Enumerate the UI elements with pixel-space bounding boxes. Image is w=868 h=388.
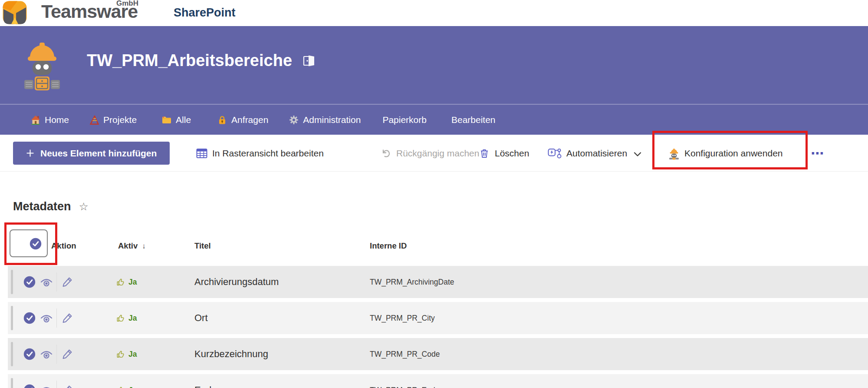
edit-pencil-icon[interactable]	[62, 312, 73, 324]
crane-icon	[89, 115, 99, 125]
delete-button[interactable]: Löschen	[479, 135, 529, 172]
row-checkbox[interactable]	[23, 348, 36, 360]
row-checkbox[interactable]	[23, 384, 36, 388]
folder-icon	[161, 115, 172, 125]
view-eye-icon[interactable]	[40, 276, 53, 288]
row-drag-handle[interactable]	[11, 342, 13, 366]
list-rows: Ja Archivierungsdatum TW_PRM_ArchivingDa…	[0, 266, 868, 388]
chevron-down-icon	[634, 152, 641, 157]
lock-icon	[217, 115, 227, 125]
more-commands-button[interactable]: ⋯	[811, 135, 825, 172]
row-checkbox[interactable]	[23, 312, 36, 324]
new-item-button[interactable]: Neues Element hinzufügen	[13, 142, 170, 165]
column-header-interne-id[interactable]: Interne ID	[370, 241, 407, 251]
nav-item-papierkorb[interactable]: Papierkorb	[382, 115, 427, 125]
nav-label-alle: Alle	[176, 115, 191, 125]
automate-label: Automatisieren	[566, 148, 627, 159]
thumbs-up-icon	[116, 313, 125, 323]
aktiv-text: Ja	[128, 350, 137, 359]
list-title-text: Metadaten	[13, 200, 71, 213]
site-navigation: Home Projekte Alle	[0, 104, 868, 135]
nav-item-anfragen[interactable]: Anfragen	[217, 115, 268, 125]
site-header: TW_PRM_Arbeitsbereiche	[0, 26, 868, 104]
list-title: Metadaten ☆	[13, 200, 89, 213]
view-eye-icon[interactable]	[40, 348, 53, 360]
aktiv-text: Ja	[128, 278, 137, 287]
nav-item-bearbeiten[interactable]: Bearbeiten	[451, 115, 496, 125]
edit-pencil-icon[interactable]	[62, 348, 73, 360]
column-header-aktiv[interactable]: Aktiv↓	[118, 241, 146, 251]
view-eye-icon[interactable]	[40, 312, 53, 324]
edit-pencil-icon[interactable]	[62, 276, 73, 288]
row-checkbox[interactable]	[23, 276, 36, 288]
favorite-star-icon[interactable]: ☆	[79, 200, 89, 213]
undo-button[interactable]: Rückgängig machen	[380, 135, 479, 172]
titel-value[interactable]: Ort	[194, 312, 208, 324]
undo-label: Rückgängig machen	[396, 148, 479, 159]
nav-label-papierkorb: Papierkorb	[382, 115, 427, 125]
nav-label-anfragen: Anfragen	[231, 115, 268, 125]
table-row[interactable]: Ja Ort TW_PRM_PR_City	[8, 302, 868, 334]
action-divider	[56, 308, 57, 328]
interne-id-value: TW_PRM_PR_City	[370, 314, 435, 323]
row-drag-handle[interactable]	[11, 306, 13, 330]
table-row[interactable]: Ja Kurzbezeichnung TW_PRM_PR_Code	[8, 338, 868, 370]
nav-item-projekte[interactable]: Projekte	[89, 115, 137, 125]
ellipsis-icon: ⋯	[811, 146, 825, 161]
interne-id-value: TW_PRM_PR_End	[370, 386, 435, 388]
aktiv-value: Ja	[116, 277, 137, 287]
construction-worker-icon	[668, 147, 680, 160]
select-all-callout	[10, 229, 48, 257]
grid-edit-button[interactable]: In Rasteransicht bearbeiten	[196, 135, 324, 172]
action-divider	[56, 272, 57, 292]
site-title-text: TW_PRM_Arbeitsbereiche	[87, 51, 292, 70]
gear-icon	[289, 115, 299, 125]
automate-button[interactable]: Automatisieren	[548, 135, 641, 172]
teams-badge-icon[interactable]	[302, 54, 316, 67]
table-row[interactable]: Ja Archivierungsdatum TW_PRM_ArchivingDa…	[8, 266, 868, 298]
sharepoint-label[interactable]: SharePoint	[174, 6, 236, 20]
select-all-checkbox[interactable]	[30, 238, 42, 250]
undo-icon	[380, 148, 391, 159]
edit-pencil-icon[interactable]	[62, 385, 73, 388]
aktiv-text: Ja	[128, 386, 137, 388]
nav-label-administration: Administration	[303, 115, 361, 125]
teamsware-logo-icon	[3, 1, 27, 24]
row-drag-handle[interactable]	[11, 270, 13, 294]
page-title: TW_PRM_Arbeitsbereiche	[87, 51, 316, 70]
nav-item-home[interactable]: Home	[30, 115, 69, 125]
flow-icon	[548, 148, 562, 159]
command-bar: Neues Element hinzufügen In Rasteransich…	[0, 135, 868, 172]
thumbs-up-icon	[116, 349, 125, 359]
table-row[interactable]: Ja Ende TW_PRM_PR_End	[8, 374, 868, 388]
column-header-aktion[interactable]: Aktion	[51, 241, 76, 251]
sort-descending-icon: ↓	[142, 242, 146, 250]
view-eye-icon[interactable]	[40, 385, 53, 388]
table-header-row: Aktion Aktiv↓ Titel Interne ID	[0, 226, 868, 266]
grid-icon	[196, 148, 207, 159]
nav-item-administration[interactable]: Administration	[289, 115, 361, 125]
action-divider	[56, 345, 57, 364]
interne-id-value: TW_PRM_PR_Code	[370, 350, 440, 359]
aktiv-value: Ja	[116, 385, 137, 388]
aktiv-value: Ja	[116, 349, 137, 359]
nav-item-alle[interactable]: Alle	[161, 115, 191, 125]
home-icon	[30, 115, 41, 125]
aktiv-value: Ja	[116, 313, 137, 323]
new-item-label: Neues Element hinzufügen	[40, 148, 157, 159]
column-header-aktiv-label: Aktiv	[118, 241, 138, 250]
nav-label-bearbeiten: Bearbeiten	[451, 115, 496, 125]
delete-label: Löschen	[495, 148, 529, 159]
apply-configuration-button[interactable]: Konfiguration anwenden	[668, 135, 783, 172]
titel-value[interactable]: Kurzbezeichnung	[194, 348, 268, 360]
titel-value[interactable]: Archivierungsdatum	[194, 276, 279, 288]
titel-value[interactable]: Ende	[194, 385, 217, 388]
thumbs-up-icon	[116, 277, 125, 287]
apply-configuration-label: Konfiguration anwenden	[684, 148, 783, 159]
nav-label-projekte: Projekte	[103, 115, 137, 125]
grid-edit-label: In Rasteransicht bearbeiten	[212, 148, 324, 159]
thumbs-up-icon	[116, 385, 125, 388]
row-drag-handle[interactable]	[11, 378, 13, 388]
brand-suffix: GmbH	[116, 0, 138, 8]
column-header-titel[interactable]: Titel	[194, 241, 211, 251]
